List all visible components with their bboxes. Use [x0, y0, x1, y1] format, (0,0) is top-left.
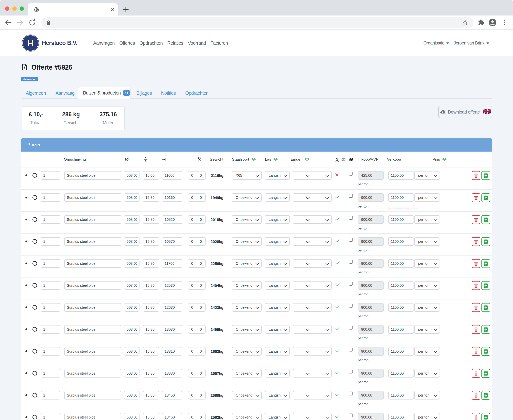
brand[interactable]: H Herstaco B.V.: [23, 35, 77, 51]
price-unit-select[interactable]: per ton: [414, 369, 440, 377]
description-input[interactable]: [64, 259, 121, 268]
length-input[interactable]: [162, 391, 182, 399]
sale-price-input[interactable]: [388, 237, 414, 246]
end-right-select[interactable]: [312, 237, 332, 246]
steel-grade-select[interactable]: Onbekend: [232, 369, 262, 377]
end-left-select[interactable]: [293, 391, 312, 399]
tolerance-min-input[interactable]: [188, 171, 196, 180]
end-left-select[interactable]: [293, 325, 312, 334]
wall-thickness-input[interactable]: [143, 347, 159, 356]
weld-select[interactable]: Langsn: [265, 281, 290, 290]
steel-grade-select[interactable]: X65: [232, 171, 262, 180]
price-unit-select[interactable]: per ton: [414, 303, 440, 312]
add-row-button[interactable]: [482, 281, 490, 290]
end-left-select[interactable]: [293, 281, 312, 290]
wall-thickness-input[interactable]: [143, 369, 159, 377]
diameter-input[interactable]: [124, 281, 140, 290]
row-checkbox[interactable]: [349, 282, 353, 285]
description-input[interactable]: [64, 303, 121, 312]
quantity-input[interactable]: [41, 281, 60, 290]
url-bar[interactable]: [41, 17, 474, 28]
wall-thickness-input[interactable]: [143, 281, 159, 290]
price-unit-select[interactable]: per ton: [414, 325, 440, 334]
steel-grade-select[interactable]: Onbekend: [232, 215, 262, 224]
end-left-select[interactable]: [293, 259, 312, 268]
length-input[interactable]: [162, 369, 182, 377]
delete-row-button[interactable]: [472, 259, 480, 268]
row-radio[interactable]: [32, 371, 37, 375]
browser-tab[interactable]: [28, 3, 118, 15]
end-left-select[interactable]: [293, 237, 312, 246]
description-input[interactable]: [64, 391, 121, 399]
tolerance-min-input[interactable]: [188, 391, 196, 399]
quantity-input[interactable]: [41, 413, 60, 420]
row-checkbox[interactable]: [349, 391, 353, 396]
nav-item-voorraad[interactable]: Voorraad: [188, 40, 206, 46]
quantity-input[interactable]: [41, 215, 60, 224]
diameter-input[interactable]: [124, 413, 140, 420]
row-checkbox[interactable]: [349, 216, 353, 220]
quantity-input[interactable]: [41, 171, 60, 180]
row-checkbox[interactable]: [349, 413, 353, 417]
window-zoom-button[interactable]: [20, 7, 24, 11]
tolerance-min-input[interactable]: [188, 347, 196, 356]
sale-price-input[interactable]: [388, 413, 414, 420]
end-right-select[interactable]: [312, 215, 332, 224]
sale-price-input[interactable]: [388, 347, 414, 356]
row-checkbox[interactable]: [349, 348, 353, 352]
tolerance-min-input[interactable]: [188, 413, 196, 420]
weld-select[interactable]: Langsn: [265, 369, 290, 377]
quantity-input[interactable]: [41, 259, 60, 268]
add-row-button[interactable]: [482, 171, 490, 180]
steel-grade-select[interactable]: Onbekend: [232, 281, 262, 290]
length-input[interactable]: [162, 215, 182, 224]
browser-menu-kebab-icon[interactable]: [502, 18, 507, 27]
length-input[interactable]: [162, 237, 182, 246]
price-unit-select[interactable]: per ton: [414, 237, 440, 246]
row-checkbox[interactable]: [349, 194, 353, 198]
tab-close-icon[interactable]: [110, 6, 116, 13]
wall-thickness-input[interactable]: [143, 303, 159, 312]
new-tab-button[interactable]: [123, 7, 129, 13]
description-input[interactable]: [64, 171, 121, 180]
description-input[interactable]: [64, 215, 121, 224]
wall-thickness-input[interactable]: [143, 193, 159, 202]
eye-icon[interactable]: [252, 157, 256, 162]
row-radio[interactable]: [32, 349, 37, 353]
end-right-select[interactable]: [312, 193, 332, 202]
add-row-button[interactable]: [482, 259, 490, 268]
tab-bijlages[interactable]: Bijlages: [136, 88, 152, 98]
tolerance-min-input[interactable]: [188, 193, 196, 202]
quantity-input[interactable]: [41, 237, 60, 246]
add-row-button[interactable]: [482, 237, 490, 246]
sale-price-input[interactable]: [388, 193, 414, 202]
delete-row-button[interactable]: [472, 325, 480, 334]
end-right-select[interactable]: [312, 171, 332, 180]
diameter-input[interactable]: [124, 193, 140, 202]
row-radio[interactable]: [32, 195, 37, 200]
row-radio[interactable]: [32, 261, 37, 266]
steel-grade-select[interactable]: Onbekend: [232, 413, 262, 420]
tab-notities[interactable]: Notities: [161, 88, 176, 98]
tab-buizen-producten[interactable]: Buizen & producten 31: [78, 87, 131, 98]
tolerance-min-input[interactable]: [188, 259, 196, 268]
description-input[interactable]: [64, 281, 121, 290]
add-row-button[interactable]: [482, 303, 490, 312]
delete-row-button[interactable]: [472, 193, 480, 202]
steel-grade-select[interactable]: Onbekend: [232, 303, 262, 312]
row-radio[interactable]: [32, 283, 37, 288]
length-input[interactable]: [162, 193, 182, 202]
diameter-input[interactable]: [124, 369, 140, 377]
weld-select[interactable]: Langsn: [265, 237, 290, 246]
eye-icon[interactable]: [274, 157, 278, 162]
nav-item-opdrachten[interactable]: Opdrachten: [140, 40, 163, 46]
end-left-select[interactable]: [293, 193, 312, 202]
row-checkbox[interactable]: [349, 326, 353, 330]
add-row-button[interactable]: [482, 413, 490, 420]
wall-thickness-input[interactable]: [143, 237, 159, 246]
end-right-select[interactable]: [312, 413, 332, 420]
price-unit-select[interactable]: per ton: [414, 171, 440, 180]
diameter-input[interactable]: [124, 303, 140, 312]
end-right-select[interactable]: [312, 281, 332, 290]
steel-grade-select[interactable]: Onbekend: [232, 347, 262, 356]
